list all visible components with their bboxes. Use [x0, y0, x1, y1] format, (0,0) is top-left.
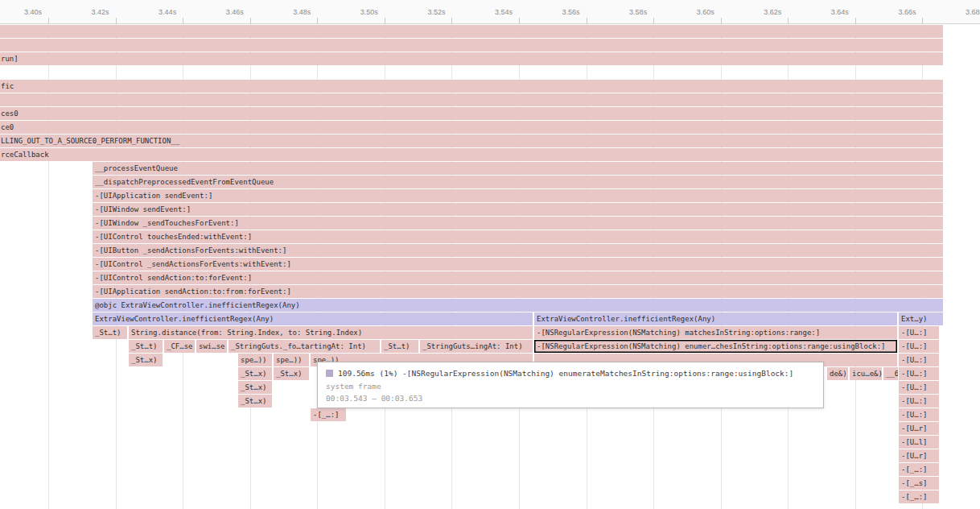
flame-frame[interactable]: fic: [0, 80, 943, 93]
flame-frame[interactable]: -[UIWindow sendEvent:]: [93, 203, 943, 216]
flame-frame[interactable]: __6…le: [883, 367, 898, 380]
flame-frame[interactable]: ExtraViewController.inefficientRegex(Any…: [534, 312, 897, 325]
ruler-tick-label: 3.62s: [739, 8, 781, 16]
flame-frame[interactable]: -[U…:]: [899, 354, 939, 366]
flame-frame-label: _StringGuts…ingAt: Int): [420, 340, 533, 353]
flame-frame[interactable]: LLING_OUT_TO_A_SOURCE0_PERFORM_FUNCTION_…: [0, 134, 943, 147]
ruler-tick-mark: [116, 18, 117, 23]
flame-frame[interactable]: -[_…:]: [899, 463, 939, 476]
flame-frame[interactable]: __processEventQueue: [93, 162, 943, 175]
flame-frame[interactable]: -[NSRegularExpression(NSMatching) matche…: [534, 326, 897, 339]
ruler-tick-label: 3.66s: [874, 8, 916, 16]
flame-frame[interactable]: -[UIControl sendAction:to:forEvent:]: [93, 271, 943, 284]
flame-frame[interactable]: _CF…se: [164, 340, 195, 353]
flame-frame[interactable]: ces0: [0, 107, 943, 120]
flame-frame[interactable]: rceCallback: [0, 148, 943, 161]
flame-frame[interactable]: -[UIControl _sendActionsForEvents:withEv…: [93, 258, 943, 271]
flame-frame[interactable]: ExtraViewController.inefficientRegex(Any…: [93, 312, 533, 325]
flame-frame[interactable]: -[UIApplication sendEvent:]: [93, 189, 943, 202]
ruler-tick-label: 3.60s: [673, 8, 714, 16]
ruler-tick-mark: [183, 18, 183, 23]
flame-frame-label: -[_…:]: [899, 490, 939, 503]
flame-chart[interactable]: run]ficces0ce0LLING_OUT_TO_A_SOURCE0_PER…: [0, 0, 980, 509]
flame-frame-label: __dispatchPreprocessedEventFromEventQueu…: [93, 176, 943, 188]
flame-frame-label: -[UIWindow _sendTouchesForEvent:]: [93, 217, 943, 230]
flame-frame[interactable]: swi…se: [196, 340, 227, 353]
flame-frame[interactable]: [0, 93, 943, 106]
flame-frame[interactable]: -[U…:]: [899, 381, 939, 394]
flame-frame-label: Ext…y): [899, 312, 943, 325]
flame-frame-label: LLING_OUT_TO_A_SOURCE0_PERFORM_FUNCTION_…: [0, 134, 943, 147]
flame-frame[interactable]: spe…)): [274, 354, 309, 366]
flame-frame[interactable]: -[_…:]: [311, 408, 346, 421]
flame-frame[interactable]: run]: [0, 52, 943, 65]
ruler-tick-mark: [587, 18, 587, 23]
flame-frame[interactable]: _St…x): [274, 367, 309, 380]
flame-frame[interactable]: -[UIWindow _sendTouchesForEvent:]: [93, 217, 943, 230]
flame-frame[interactable]: -[U…:]: [899, 340, 939, 353]
flame-frame[interactable]: @objc ExtraViewController.inefficientReg…: [93, 299, 943, 312]
flame-frame-label: _StringGuts._fo…tartingAt: Int): [229, 340, 380, 353]
flame-frame-label: __6…le: [883, 367, 898, 380]
ruler-tick-label: 3.46s: [202, 8, 244, 16]
flame-frame[interactable]: -[U…:]: [899, 408, 939, 421]
flame-frame[interactable]: icu…e&): [850, 367, 882, 380]
ruler-tick-mark: [317, 18, 318, 23]
ruler-tick-mark: [721, 18, 722, 23]
flame-frame-label: de&): [827, 367, 848, 380]
flame-frame-label: rceCallback: [0, 148, 943, 161]
flame-frame[interactable]: -[U…r]: [899, 422, 939, 435]
ruler-tick-label: 3.42s: [68, 8, 109, 16]
flame-frame-label: -[UIControl _sendActionsForEvents:withEv…: [93, 258, 943, 271]
flame-frame[interactable]: -[U…:]: [899, 395, 939, 408]
flame-frame[interactable]: _St…x): [238, 381, 272, 394]
flame-frame[interactable]: [0, 25, 943, 38]
flame-frame-selected[interactable]: -[NSRegularExpression(NSMatching) enumer…: [534, 340, 897, 353]
flame-frame[interactable]: -[U…r]: [899, 449, 939, 462]
flame-frame[interactable]: Ext…y): [899, 312, 943, 325]
flame-frame-label: -[_…s]: [899, 477, 939, 490]
flame-frame[interactable]: __dispatchPreprocessedEventFromEventQueu…: [93, 176, 943, 188]
flame-frame[interactable]: _St…t): [381, 340, 418, 353]
flame-frame[interactable]: -[UIApplication sendAction:to:from:forEv…: [93, 285, 943, 298]
flame-frame-label: -[U…r]: [899, 422, 939, 435]
flame-frame[interactable]: -[_…s]: [899, 477, 939, 490]
flame-frame[interactable]: -[UIButton _sendActionsForEvents:withEve…: [93, 244, 943, 257]
flame-frame[interactable]: _St…x): [238, 395, 272, 408]
flame-frame[interactable]: _St…x): [238, 367, 272, 380]
flame-frame[interactable]: _StringGuts._fo…tartingAt: Int): [229, 340, 380, 353]
flame-frame-label: _St…x): [238, 395, 272, 408]
ruler-tick-mark: [855, 18, 856, 23]
flame-frame-label: icu…e&): [850, 367, 882, 380]
flame-frame-label: _St…t): [381, 340, 418, 353]
ruler-tick-label: 3.56s: [538, 8, 580, 16]
flame-frame-label: _St…t): [129, 340, 163, 353]
flame-frame[interactable]: -[UIControl touchesEnded:withEvent:]: [93, 230, 943, 243]
ruler-tick-label: 3.48s: [269, 8, 311, 16]
flame-frame[interactable]: _St…t): [93, 326, 127, 339]
flame-frame-label: fic: [0, 80, 943, 93]
flame-frame[interactable]: String.distance(from: String.Index, to: …: [129, 326, 533, 339]
flame-frame[interactable]: _St…t): [129, 340, 163, 353]
flame-frame[interactable]: _St…x): [129, 354, 163, 366]
flame-frame-label: _St…x): [129, 354, 163, 366]
time-ruler[interactable]: 3.40s3.42s3.44s3.46s3.48s3.50s3.52s3.54s…: [0, 0, 980, 24]
flame-frame[interactable]: -[U…:]: [899, 326, 939, 339]
ruler-tick-mark: [519, 18, 520, 23]
flame-frame-label: @objc ExtraViewController.inefficientReg…: [93, 299, 943, 312]
flame-frame[interactable]: -[U…l]: [899, 436, 939, 449]
flame-frame[interactable]: _StringGuts…ingAt: Int): [420, 340, 533, 353]
flame-frame-label: spe…)): [238, 354, 272, 366]
flame-frame-label: _St…x): [274, 367, 309, 380]
flame-frame[interactable]: [0, 39, 943, 52]
flame-frame[interactable]: -[U…:]: [899, 367, 939, 380]
flame-frame-label: __processEventQueue: [93, 162, 943, 175]
flame-frame-label: -[UIWindow sendEvent:]: [93, 203, 943, 216]
ruler-tick-mark: [451, 18, 452, 23]
flame-frame[interactable]: -[_…:]: [899, 490, 939, 503]
ruler-tick-label: 3.68s: [941, 8, 980, 16]
ruler-tick-mark: [250, 18, 251, 23]
flame-frame[interactable]: spe…)): [238, 354, 272, 366]
flame-frame[interactable]: ce0: [0, 121, 943, 134]
flame-frame[interactable]: de&): [827, 367, 848, 380]
